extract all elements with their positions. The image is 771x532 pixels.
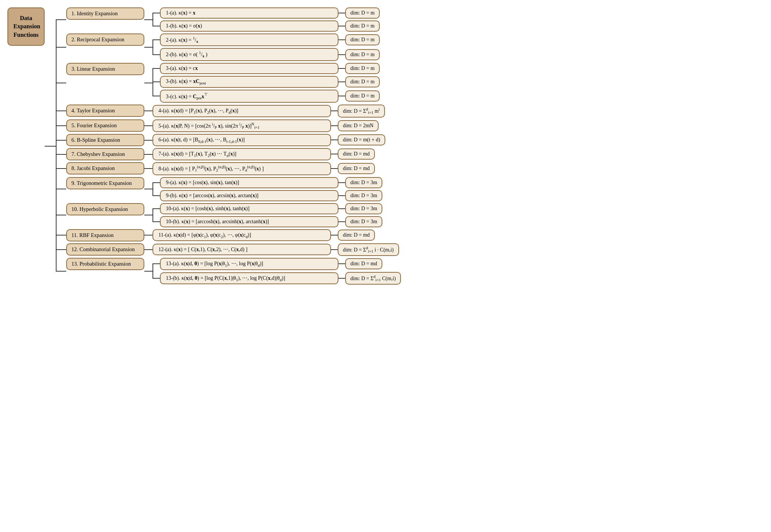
formulas-spine-probabilistic [152,264,153,278]
dim-box-8a: dim: D = md [338,163,375,174]
cat-conn-taylor [144,105,152,117]
group-hyperbolic: 10. Hyperbolic Expansion10-(a). κ(x) = [… [56,203,401,227]
formula-box-11a: 11-(a). κ(x|d) = [φ(x|c1), φ(x|c2), ⋯, φ… [152,229,331,241]
dim-box-10a: dim: D = 3m [345,203,382,214]
formula-row-3c: 3-(c). κ(x) = Cprex⊤dim: D = m [152,90,380,103]
group-probabilistic-hconn [56,258,66,285]
dim-conn-3a [338,68,345,69]
formula-row-10b: 10-(b). κ(x) = [arccosh(x), arcsinh(x), … [152,216,382,227]
formula-hconn-9a [152,182,160,183]
formula-box-9b: 9-(b). κ(x) = [arccos(x), arcsin(x), arc… [160,190,338,201]
formula-hconn-2b [152,54,160,55]
group-fourier-hconn [56,119,66,132]
cat-conn-trig [144,177,152,201]
cat-conn-probabilistic [144,258,152,285]
group-bspline-hconn [56,134,66,146]
formula-row-5a: 5-(a). κ(x|P, N) = [cos(2π i/P x), sin(2… [152,119,379,132]
dim-conn-3b [338,81,345,82]
formula-hconn-3b [152,81,160,82]
group-linear: 3. Linear Expansion3-(a). κ(x) = cxdim: … [56,63,401,103]
formulas-spine-linear [152,68,153,96]
dim-conn-12a [331,249,338,250]
formulas-chebyshev: 7-(a). κ(x|d) = [T1(x), T2(x) ⋯ Tn(x)]di… [152,148,375,160]
group-probabilistic: 13. Probabilistic Expansion13-(a). κ(x|d… [56,258,401,285]
formula-row-9b: 9-(b). κ(x) = [arccos(x), arcsin(x), arc… [152,190,382,201]
formula-hconn-2a [152,39,160,40]
root-box: DataExpansionFunctions [7,7,45,46]
dim-conn-4a [331,110,338,111]
main-content: DataExpansionFunctions 1. Identity Expan… [7,7,401,285]
category-fourier: 5. Fourier Expansion [66,119,144,132]
root-connector [45,146,56,147]
formula-hconn-3a [152,68,160,69]
group-reciprocal-hconn [56,33,66,61]
cat-conn-identity [144,7,152,32]
dim-box-6a: dim: D = m(t + d) [338,134,385,145]
formulas-jacobi: 8-(a). κ(x|d) = [ P1(α,β)(x), P2(α,β)(x)… [152,162,375,175]
formula-box-1a: 1-(a). κ(x) = x [160,7,338,19]
formulas-probabilistic: 13-(a). κ(x|d, θ) = [log P(x|θ1), ⋯, log… [152,258,401,285]
category-combinatorial: 12. Combinatorial Expansion [66,243,144,256]
formula-box-7a: 7-(a). κ(x|d) = [T1(x), T2(x) ⋯ Tn(x)] [152,148,331,160]
group-rbf-hconn [56,229,66,241]
formulas-trig: 9-(a). κ(x) = [cos(x), sin(x), tan(x)]di… [152,177,382,201]
dim-box-9b: dim: D = 3m [345,190,382,201]
cat-conn-chebyshev [144,148,152,160]
dim-conn-5a [331,125,338,126]
dim-box-12a: dim: D = Σdi=1 i · C(m,i) [338,243,399,256]
formula-row-1a: 1-(a). κ(x) = xdim: D = m [152,7,380,19]
group-jacobi-hconn [56,162,66,175]
main-spine [56,20,57,272]
dim-conn-1b [338,26,345,26]
group-bspline: 6. B-Spline Expansion6-(a). κ(x|t, d) = … [56,134,401,146]
category-reciprocal: 2. Reciprocal Expansion [66,33,144,46]
formula-hconn-10b [152,221,160,222]
formulas-reciprocal: 2-(a). κ(x) = 1/xdim: D = m2-(b). κ(x) =… [152,33,380,61]
formula-hconn-1a [152,13,160,13]
group-reciprocal: 2. Reciprocal Expansion2-(a). κ(x) = 1/x… [56,33,401,61]
formulas-spine-identity [152,13,153,26]
dim-conn-10a [338,208,345,209]
dim-conn-13b [338,278,345,279]
dim-box-13b: dim: D = Σdi=1 C(m,i) [345,272,401,285]
formula-row-9a: 9-(a). κ(x) = [cos(x), sin(x), tan(x)]di… [152,177,382,188]
dim-conn-10b [338,221,345,222]
dim-conn-2a [338,39,345,40]
dim-conn-3c [338,96,345,96]
dim-conn-9a [338,182,345,183]
group-taylor: 4. Taylor Expansion4-(a). κ(x|d) = [P1(x… [56,105,401,117]
group-hyperbolic-hconn [56,203,66,227]
cat-conn-hyperbolic [144,203,152,227]
group-taylor-hconn [56,105,66,117]
formula-hconn-13a [152,263,160,264]
dim-box-7a: dim: D = md [338,148,375,160]
formulas-hyperbolic: 10-(a). κ(x) = [cosh(x), sinh(x), tanh(x… [152,203,382,227]
formula-row-12a: 12-(a). κ(x) = [ C(x,1), C(x,2), ⋯, C(x,… [152,243,399,256]
dim-box-3a: dim: D = m [345,63,380,74]
dim-conn-9b [338,195,345,196]
category-jacobi: 8. Jacobi Expansion [66,162,144,174]
formulas-spine-reciprocal [152,40,153,54]
formula-hconn-3c [152,96,160,96]
group-rbf: 11. RBF Expansion11-(a). κ(x|d) = [φ(x|c… [56,229,401,241]
category-linear: 3. Linear Expansion [66,63,144,75]
dim-box-2b: dim: D = m [345,49,380,60]
category-hyperbolic: 10. Hyperbolic Expansion [66,203,144,215]
dim-conn-2b [338,54,345,55]
formulas-spine-trig [152,183,153,196]
category-taylor: 4. Taylor Expansion [66,105,144,117]
group-combinatorial: 12. Combinatorial Expansion12-(a). κ(x) … [56,243,401,256]
formulas-rbf: 11-(a). κ(x|d) = [φ(x|c1), φ(x|c2), ⋯, φ… [152,229,375,241]
group-chebyshev-hconn [56,148,66,160]
formula-row-3a: 3-(a). κ(x) = cxdim: D = m [152,63,380,74]
category-rbf: 11. RBF Expansion [66,229,144,241]
dim-box-2a: dim: D = m [345,34,380,45]
formula-box-12a: 12-(a). κ(x) = [ C(x,1), C(x,2), ⋯, C(x,… [152,244,331,255]
formulas-bspline: 6-(a). κ(x|t, d) = [B0,d-1(x), ⋯, Bt-1,d… [152,134,385,146]
dim-box-13a: dim: D = md [345,258,382,269]
cat-conn-fourier [144,119,152,132]
dim-box-5a: dim: D = 2mN [338,120,379,131]
formula-box-2a: 2-(a). κ(x) = 1/x [160,33,338,46]
formula-box-3a: 3-(a). κ(x) = cx [160,63,338,74]
group-trig-hconn [56,177,66,201]
